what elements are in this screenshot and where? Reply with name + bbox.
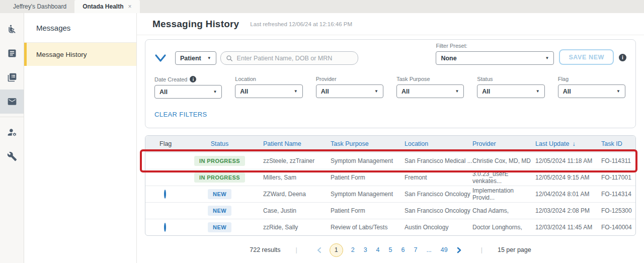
search-category-value: Patient: [180, 55, 201, 62]
tab-jeffreys-dashboard[interactable]: Jeffrey's Dashboard: [5, 0, 74, 13]
table-header-row: Flag Status Patient Name Task Purpose Lo…: [145, 136, 635, 152]
page-button[interactable]: 4: [376, 246, 380, 253]
provider-select[interactable]: All ▼: [316, 84, 383, 98]
nav-item-tools[interactable]: [0, 144, 24, 168]
column-header-status[interactable]: Status: [191, 140, 249, 147]
nav-item-forms[interactable]: [0, 65, 24, 90]
page-button-current[interactable]: 1: [330, 243, 343, 257]
column-header-task-purpose[interactable]: Task Purpose: [331, 140, 405, 147]
sidebar-item-label: Message History: [36, 51, 87, 58]
select-value: All: [240, 88, 248, 95]
filter-panel: Patient ▼ Filter Preset: None ▼: [145, 39, 636, 128]
patient-cell: Case, Justin: [249, 207, 331, 214]
filter-date-created: Date Createdi All ▼: [154, 76, 222, 99]
sort-desc-icon: ↓: [572, 140, 575, 147]
search-category-select[interactable]: Patient ▼: [175, 51, 216, 65]
filter-label: Status: [477, 76, 544, 82]
status-badge: NEW: [208, 206, 231, 216]
chevron-down-icon[interactable]: [154, 53, 167, 63]
status-badge: IN PROGRESS: [194, 156, 245, 166]
main-content: Messaging History Last refreshed 12/06/2…: [137, 13, 644, 263]
flag-circle-icon[interactable]: [164, 190, 166, 199]
status-badge: IN PROGRESS: [194, 172, 245, 183]
provider-cell: Chad Adams,: [472, 207, 535, 214]
task-purpose-cell: Patient Form: [331, 174, 405, 181]
select-value: All: [321, 88, 329, 95]
page-button[interactable]: 2: [351, 246, 355, 253]
pagination-bar: 722 results | 1 2 3 4 5 6 7 ... 49 | 15 …: [145, 242, 636, 257]
prev-page-icon[interactable]: [316, 247, 322, 253]
column-header-location[interactable]: Location: [405, 140, 472, 147]
last-update-cell: 12/03/2024 11:45 AM: [535, 224, 601, 231]
save-new-button[interactable]: SAVE NEW: [559, 49, 614, 65]
nav-item-patients[interactable]: [0, 17, 24, 41]
caret-down-icon: ▼: [213, 90, 217, 94]
envelope-icon: [7, 97, 17, 107]
task-purpose-select[interactable]: All ▼: [396, 84, 464, 98]
forms-stack-icon: [7, 72, 17, 82]
filter-task-purpose: Task Purpose All ▼: [396, 76, 464, 99]
browser-tab-bar: Jeffrey's Dashboard Ontada Health ×: [0, 0, 644, 13]
provider-cell: Doctor Longhorns,: [472, 224, 535, 231]
separator: |: [481, 246, 482, 253]
column-header-last-update[interactable]: Last Update↓: [535, 140, 601, 147]
nav-item-messages[interactable]: [0, 90, 24, 114]
table-row[interactable]: NEW ZZWard, Deena Symptom Management San…: [145, 186, 635, 202]
provider-cell: Implementation Provid...: [472, 187, 535, 201]
status-cell: NEW: [191, 189, 249, 199]
nav-item-documents[interactable]: [0, 41, 24, 65]
column-header-flag[interactable]: Flag: [159, 140, 191, 147]
nav-item-user-settings[interactable]: [0, 120, 24, 144]
location-cell: Fremont: [405, 174, 472, 181]
tab-ontada-health[interactable]: Ontada Health ×: [74, 0, 139, 13]
patient-search-input[interactable]: [237, 55, 353, 62]
table-row[interactable]: IN PROGRESS Millers, Sam Patient Form Fr…: [145, 169, 635, 186]
table-row[interactable]: NEW zzRide, Sally Review of Labs/Tests A…: [145, 219, 635, 235]
page-header: Messaging History Last refreshed 12/06/2…: [137, 13, 644, 35]
flag-circle-icon[interactable]: [164, 223, 166, 232]
task-id-cell: FO-114314: [601, 191, 635, 198]
sidebar-item-message-history[interactable]: Message History: [24, 43, 136, 66]
clear-filters-link[interactable]: CLEAR FILTERS: [154, 111, 207, 118]
sidebar: Messages Message History: [24, 13, 137, 263]
filter-dropdown-row: Date Createdi All ▼ Location All ▼ Provi…: [154, 76, 628, 99]
patient-search-box[interactable]: [220, 51, 358, 65]
table-row[interactable]: NEW Case, Justin Patient Form San Franci…: [145, 202, 635, 219]
page-button[interactable]: 49: [441, 246, 448, 253]
location-select[interactable]: All ▼: [235, 84, 302, 98]
page-button[interactable]: 3: [364, 246, 367, 253]
filter-preset-label: Filter Preset:: [436, 43, 554, 49]
status-badge: NEW: [208, 189, 231, 199]
message-history-table: Flag Status Patient Name Task Purpose Lo…: [145, 135, 636, 236]
filter-preset-value: None: [441, 55, 456, 62]
filter-preset-select[interactable]: None ▼: [436, 51, 554, 65]
caret-down-icon: ▼: [374, 89, 378, 94]
filter-label: Flag: [558, 76, 625, 82]
page-button[interactable]: 7: [414, 246, 417, 253]
filter-status: Status All ▼: [477, 76, 544, 99]
page-button[interactable]: 5: [389, 246, 392, 253]
column-header-provider[interactable]: Provider: [472, 140, 535, 147]
page-button[interactable]: 6: [401, 246, 405, 253]
status-cell: NEW: [191, 206, 249, 216]
date-created-select[interactable]: All ▼: [154, 85, 222, 99]
info-icon[interactable]: i: [190, 76, 196, 82]
info-icon[interactable]: i: [619, 54, 626, 61]
status-cell: IN PROGRESS: [191, 156, 249, 166]
status-badge: NEW: [208, 222, 231, 232]
select-value: All: [482, 88, 490, 95]
table-row[interactable]: IN PROGRESS zzSteele, zzTrainer Symptom …: [145, 152, 635, 169]
select-value: All: [159, 89, 168, 96]
page-ellipsis: ...: [426, 246, 431, 253]
next-page-icon[interactable]: [456, 247, 462, 253]
column-header-task-id[interactable]: Task ID: [601, 140, 635, 147]
column-header-patient-name[interactable]: Patient Name: [249, 140, 331, 147]
task-purpose-cell: Symptom Management: [331, 191, 405, 198]
status-select[interactable]: All ▼: [477, 84, 544, 98]
filter-label: Provider: [316, 76, 383, 82]
close-icon[interactable]: ×: [128, 4, 131, 10]
provider-cell: 3.0.23_userE venkates...: [472, 170, 535, 185]
flag-select[interactable]: All ▼: [558, 84, 625, 98]
document-icon: [7, 48, 17, 58]
wrench-icon: [7, 151, 17, 161]
